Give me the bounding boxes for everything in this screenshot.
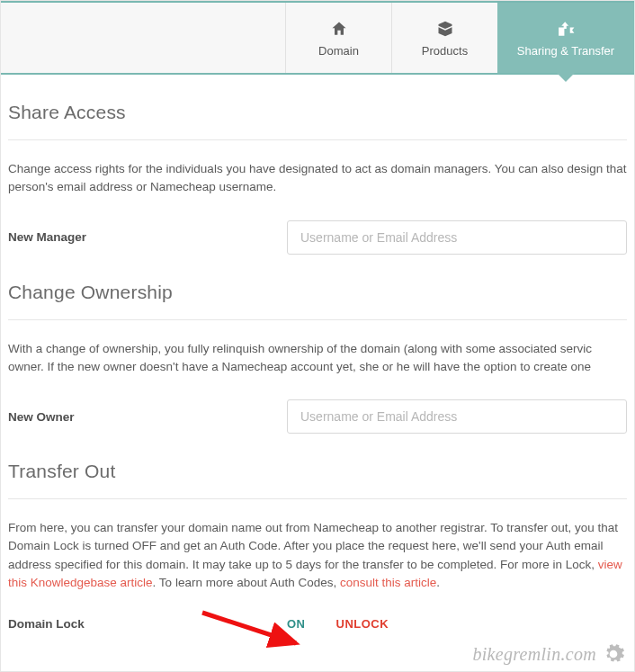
tab-domain-label: Domain [318,44,359,58]
change-ownership-heading: Change Ownership [8,282,627,303]
tab-sharing-label: Sharing & Transfer [517,44,614,58]
unlock-button[interactable]: UNLOCK [336,617,389,631]
divider [8,498,627,499]
page-content: Share Access Change access rights for th… [1,75,634,631]
domain-lock-status: ON [287,617,306,631]
transfer-desc-3: . [436,576,440,589]
change-ownership-desc: With a change of ownership, you fully re… [8,340,627,377]
tab-sharing-transfer[interactable]: Sharing & Transfer [497,3,634,73]
section-change-ownership: Change Ownership With a change of owners… [8,255,627,435]
transfer-desc-2: . To learn more about Auth Codes, [153,576,340,589]
domain-lock-row: Domain Lock ON UNLOCK [8,617,627,631]
new-owner-input[interactable] [287,399,627,434]
tab-domain[interactable]: Domain [285,3,391,73]
new-owner-label: New Owner [8,410,269,424]
auth-codes-link[interactable]: consult this article [340,576,436,589]
watermark: bikegremlin.com [472,642,625,666]
transfer-out-heading: Transfer Out [8,461,627,482]
new-manager-input[interactable] [287,220,627,255]
tab-products-label: Products [422,44,468,58]
divider [8,319,627,320]
new-owner-row: New Owner [8,399,627,434]
tab-bar: Domain Products Sharing & Transfer [1,1,634,75]
home-icon [330,19,348,39]
watermark-text: bikegremlin.com [472,644,596,665]
box-icon [436,19,454,39]
divider [8,139,627,140]
domain-lock-label: Domain Lock [8,617,269,631]
share-access-heading: Share Access [8,102,627,123]
share-icon [556,19,576,39]
section-transfer-out: Transfer Out From here, you can transfer… [8,434,627,631]
tabbar-spacer [1,3,285,73]
share-access-desc: Change access rights for the individuals… [8,160,627,197]
tab-products[interactable]: Products [391,3,497,73]
transfer-out-desc: From here, you can transfer your domain … [8,519,627,592]
new-manager-label: New Manager [8,230,269,244]
new-manager-row: New Manager [8,220,627,255]
gear-icon [602,642,625,666]
section-share-access: Share Access Change access rights for th… [8,75,627,255]
transfer-desc-1: From here, you can transfer your domain … [8,521,618,571]
